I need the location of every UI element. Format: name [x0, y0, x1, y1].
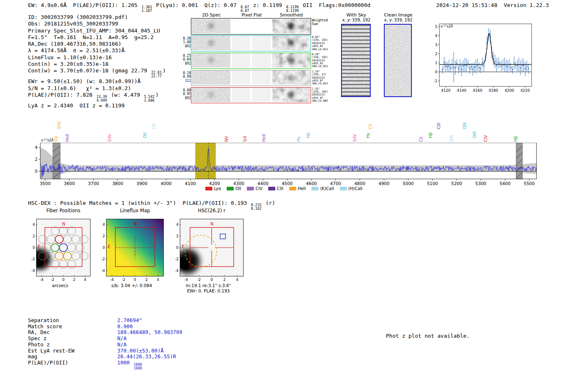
sky-panel-image [341, 24, 371, 97]
match-label: Match score [28, 324, 117, 330]
match-row-0: Separation2.70694" [28, 318, 182, 324]
annotation-line: 304_LU_021 [312, 48, 337, 51]
spec2d-cell-smoothed [272, 70, 310, 86]
x-tick-label: -4 [37, 278, 46, 282]
text-run: ID: 3002033799 (3002033799.pdf) [28, 14, 128, 20]
cutout-overlay: NE [36, 219, 91, 276]
noise-image [272, 36, 310, 50]
text-run: 189.466489, 50.983709 [117, 329, 182, 335]
match-label: Spec z [28, 336, 117, 342]
match-row-2: RA, Dec189.466489, 50.983709 [28, 329, 182, 336]
svg-text:3700: 3700 [88, 181, 99, 186]
svg-text:4120: 4120 [441, 88, 451, 93]
cutout-title: Lineflux Map [106, 208, 164, 213]
fiber-weight-value: 0.30 [181, 37, 191, 41]
x-tick-label: 4 [154, 278, 162, 282]
svg-text:4800: 4800 [354, 181, 365, 186]
legend-swatch [340, 187, 347, 190]
legend-item: CIII [268, 186, 283, 191]
info-line-1: Obs: 20181215v035_3002033799 [28, 21, 166, 27]
line-label-OIII: OIII [472, 131, 477, 138]
unit-exp: -17 [43, 138, 47, 141]
legend-item: (K)CaII [311, 186, 334, 191]
stat-uncertainty: 22.8122.77 [151, 71, 162, 78]
y-tick-label: 4 [30, 223, 35, 227]
sky-panel-title: With Sky [341, 12, 372, 18]
info-line-4: RA,Dec (189.467316,50.983166) [28, 41, 166, 47]
svg-text:4200: 4200 [209, 181, 220, 186]
error-bars [443, 28, 529, 82]
east-label: E [182, 244, 184, 249]
fiber-weight-labels: 0.250.84092 [181, 54, 191, 66]
match-label: RA, Dec [28, 329, 117, 336]
svg-text:4000: 4000 [161, 181, 172, 186]
masked-band [53, 143, 60, 179]
selected-fiber-circle [51, 244, 59, 252]
match-label: P(LAE)/P(OII) [28, 360, 117, 366]
north-label: N [211, 222, 214, 226]
x-tick-label: 4 [81, 278, 89, 282]
fiber-weight-value: 0.95 [181, 92, 191, 96]
flux-unit-label: e-17x2Å [441, 24, 453, 28]
y-tick-label: 0 [173, 246, 179, 250]
line-label-SiIV: SiIV [57, 121, 61, 129]
noise-image [232, 70, 271, 85]
x-tick-label: -2 [119, 278, 128, 282]
spec2d-cell-2dspec [192, 19, 230, 35]
pixelflat-empty [232, 19, 271, 33]
fiber-weight-labels: 0.301.08092 [181, 37, 191, 49]
spec2d-cell-pixelflat [232, 36, 271, 52]
y-tick-label: 0 [30, 246, 35, 250]
spectrum-line [40, 149, 537, 178]
spec2d-cell-pixelflat [232, 53, 271, 69]
text-run: λ = 4174.58Å σ = 2.51(±0.33)Å [28, 47, 125, 53]
spec2d-row [191, 53, 311, 69]
spec2d-cell-2dspec [192, 53, 230, 69]
svg-text:4600: 4600 [306, 181, 317, 186]
noise-image [232, 88, 271, 102]
spec2d-row-annotation: 0.59"(339, 192)20181215v035_03304_LU_021 [312, 53, 337, 68]
info-line-11: P(LAE)/P(OII): 7.828 13.394.949 (w: 4.47… [28, 92, 166, 102]
legend-item: Lyα [205, 186, 221, 191]
sky-lines-overlay [342, 25, 370, 96]
svg-text:3600: 3600 [64, 181, 75, 186]
north-label: N [62, 222, 65, 226]
text-run: Obs: 20181215v035_3002033799 [28, 21, 118, 27]
match-row-5: Est LyA rest-EW370.00(±53.00)Å [28, 348, 182, 354]
match-label: mag [28, 354, 117, 360]
noise-image [192, 19, 230, 33]
spec2d-cell-2dspec [192, 36, 230, 52]
x-tick-label: -4 [182, 278, 190, 282]
line-label-CII: CII [419, 137, 423, 142]
y-tick-label: 2 [100, 234, 105, 238]
line-label-OV: OV [54, 136, 58, 142]
y-tick-label: -4 [30, 269, 35, 273]
cutout-panel-2: HSC(26.2) r-4-4-2-2002244NEm:19.1 re:3.1… [173, 208, 246, 298]
svg-text:3: 3 [435, 43, 437, 47]
svg-text:4160: 4160 [473, 88, 482, 93]
selected-fiber-circle [63, 252, 72, 260]
stat-uncertainty: 0.11990.1199 [286, 5, 299, 13]
stat-uncertainty: 0.070.07 [241, 5, 249, 13]
aperture-circle [185, 235, 217, 267]
svg-text:4300: 4300 [233, 181, 244, 186]
noise-image [192, 36, 230, 50]
legend-swatch [311, 187, 318, 190]
text-run: 2.70694" [117, 317, 142, 323]
extraction-box [115, 227, 155, 267]
info-line-0: ID: 3002033799 (3002033799.pdf) [28, 14, 166, 21]
spec2d-row [191, 18, 311, 35]
legend-label: Lyα [214, 186, 221, 191]
flux-unit-label: e-17x2Å [41, 138, 53, 142]
svg-text:5000: 5000 [403, 181, 414, 186]
spec2d-cell-2dspec [192, 88, 230, 104]
svg-text:3900: 3900 [137, 181, 148, 186]
text-run: F=1.5" T=0.161 N=1.11 A=0.95 g=25.2 [28, 34, 153, 40]
svg-text:0: 0 [35, 169, 37, 174]
sky-panel-xy: x, y: 339, 192 [383, 18, 413, 22]
y-tick-label: 0 [100, 246, 105, 250]
spec2d-cell-pixelflat [232, 19, 271, 33]
spec2d-row-annotation: 1.35"(339, 192)20181215v035_07304_LU_002 [312, 88, 337, 103]
uncertainty-lower: 1000 [134, 366, 142, 370]
text-run: EW: 4.9±0.6Å P(LAE)/P(OII): 1.205 [28, 2, 141, 8]
